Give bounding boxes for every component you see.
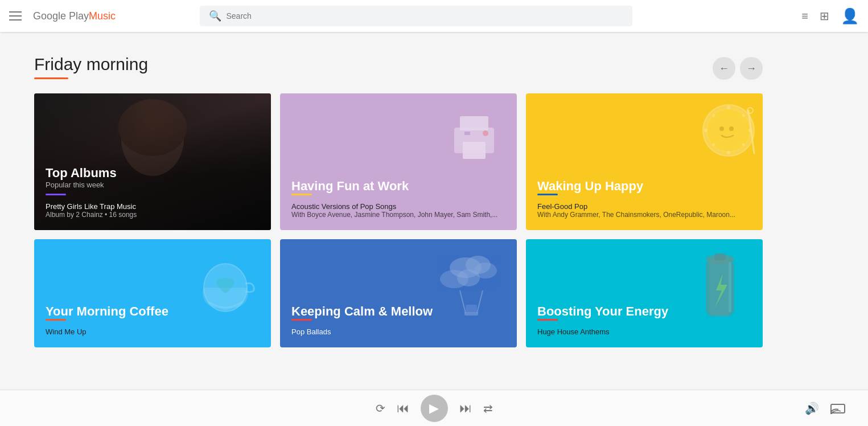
card-top-albums-title: Top Albums bbox=[46, 166, 117, 180]
svg-point-7 bbox=[703, 105, 754, 156]
card-top-albums-desc2: Album by 2 Chainz • 16 songs bbox=[46, 211, 260, 219]
repeat-icon[interactable]: ⟳ bbox=[376, 402, 385, 405]
svg-rect-3 bbox=[460, 116, 488, 130]
player-bar: ⟳ ⏮ ▶ ⏭ ⇄ 🔊 bbox=[0, 390, 868, 404]
svg-point-18 bbox=[742, 144, 745, 146]
prev-track-icon[interactable]: ⏮ bbox=[397, 401, 409, 405]
card-boosting-energy[interactable]: Boosting Your Energy Huge House Anthems bbox=[526, 239, 763, 347]
svg-rect-4 bbox=[463, 142, 486, 159]
card-waking-up-desc1: Feel-Good Pop bbox=[537, 202, 751, 211]
svg-point-17 bbox=[713, 144, 715, 146]
svg-point-6 bbox=[483, 130, 488, 136]
shuffle-icon[interactable]: ⇄ bbox=[483, 402, 493, 405]
card-having-fun-desc1: Acoustic Versions of Pop Songs bbox=[291, 202, 505, 211]
svg-point-33 bbox=[706, 255, 734, 264]
apps-icon[interactable]: ⊞ bbox=[820, 9, 829, 23]
card-keeping-calm-desc1: Pop Ballads bbox=[291, 327, 505, 336]
cards-grid: Top Albums Popular this week Pretty Girl… bbox=[34, 93, 763, 347]
next-track-icon[interactable]: ⏭ bbox=[459, 401, 472, 405]
card-having-fun-title: Having Fun at Work bbox=[291, 179, 409, 193]
next-button[interactable]: → bbox=[740, 57, 763, 80]
section-title: Friday morning bbox=[34, 55, 148, 74]
svg-point-25 bbox=[440, 270, 468, 288]
svg-point-9 bbox=[719, 126, 724, 131]
logo-text-google: Google Play bbox=[33, 10, 89, 22]
card-waking-up-title: Waking Up Happy bbox=[537, 179, 643, 193]
app-header: Google Play Music 🔍 ≡ ⊞ 👤 bbox=[0, 0, 868, 32]
search-bar[interactable]: 🔍 bbox=[200, 6, 632, 26]
svg-point-20 bbox=[747, 108, 753, 113]
card-top-albums-desc1: Pretty Girls Like Trap Music bbox=[46, 202, 260, 211]
card-boosting-energy-title: Boosting Your Energy bbox=[537, 304, 668, 318]
nav-buttons: ← → bbox=[713, 57, 763, 80]
svg-point-16 bbox=[742, 114, 745, 117]
card-keeping-calm-underline bbox=[291, 319, 312, 321]
menu-button[interactable] bbox=[9, 11, 22, 21]
svg-rect-36 bbox=[831, 404, 845, 405]
svg-point-10 bbox=[729, 126, 734, 131]
card-having-fun-underline bbox=[291, 194, 312, 195]
play-button[interactable]: ▶ bbox=[421, 395, 448, 405]
volume-icon[interactable]: 🔊 bbox=[805, 402, 819, 405]
section-underline bbox=[34, 77, 68, 79]
queue-icon[interactable]: ≡ bbox=[801, 10, 808, 23]
cast-icon[interactable] bbox=[830, 403, 845, 405]
svg-point-15 bbox=[713, 114, 715, 117]
play-icon: ▶ bbox=[429, 401, 439, 405]
card-morning-coffee[interactable]: Your Morning Coffee Wind Me Up bbox=[34, 239, 271, 347]
svg-rect-2 bbox=[454, 128, 494, 153]
card-boosting-energy-desc1: Huge House Anthems bbox=[537, 327, 751, 336]
card-morning-coffee-title: Your Morning Coffee bbox=[46, 304, 168, 318]
card-waking-up[interactable]: Waking Up Happy Feel-Good Pop With Andy … bbox=[526, 93, 763, 230]
card-top-albums-content: Top Albums Popular this week Pretty Girl… bbox=[46, 166, 260, 219]
svg-point-12 bbox=[727, 106, 730, 109]
card-morning-coffee-desc1: Wind Me Up bbox=[46, 327, 260, 336]
card-top-albums-subtitle: Popular this week bbox=[46, 181, 260, 189]
svg-line-19 bbox=[748, 110, 754, 153]
card-having-fun[interactable]: Having Fun at Work Acoustic Versions of … bbox=[280, 93, 517, 230]
card-having-fun-desc2: With Boyce Avenue, Jasmine Thompson, Joh… bbox=[291, 211, 505, 219]
svg-rect-5 bbox=[464, 132, 470, 135]
svg-point-24 bbox=[474, 263, 497, 278]
svg-rect-34 bbox=[714, 253, 726, 260]
card-keeping-calm[interactable]: Keeping Calm & Mellow Pop Ballads bbox=[280, 239, 517, 347]
card-top-albums[interactable]: Top Albums Popular this week Pretty Girl… bbox=[34, 93, 271, 230]
card-top-albums-underline bbox=[46, 194, 66, 195]
svg-point-13 bbox=[748, 129, 752, 132]
main-content: Friday morning ← → Top Albums Popular th… bbox=[0, 32, 797, 404]
search-input[interactable] bbox=[226, 11, 623, 21]
card-keeping-calm-title: Keeping Calm & Mellow bbox=[291, 304, 433, 318]
card-boosting-energy-underline bbox=[537, 319, 558, 321]
section-header: Friday morning ← → bbox=[34, 55, 763, 80]
logo-text-music: Music bbox=[89, 10, 116, 22]
svg-point-22 bbox=[450, 257, 482, 278]
prev-button[interactable]: ← bbox=[713, 57, 735, 80]
svg-point-11 bbox=[704, 129, 707, 132]
svg-point-23 bbox=[466, 256, 491, 274]
card-morning-coffee-underline bbox=[46, 319, 66, 321]
card-waking-up-underline bbox=[537, 194, 558, 195]
app-logo: Google Play Music bbox=[33, 10, 116, 22]
svg-point-14 bbox=[727, 151, 730, 154]
svg-point-8 bbox=[707, 109, 750, 152]
search-icon: 🔍 bbox=[209, 10, 221, 22]
svg-point-26 bbox=[457, 269, 480, 286]
account-icon[interactable]: 👤 bbox=[841, 7, 859, 25]
card-waking-up-desc2: With Andy Grammer, The Chainsmokers, One… bbox=[537, 211, 751, 219]
